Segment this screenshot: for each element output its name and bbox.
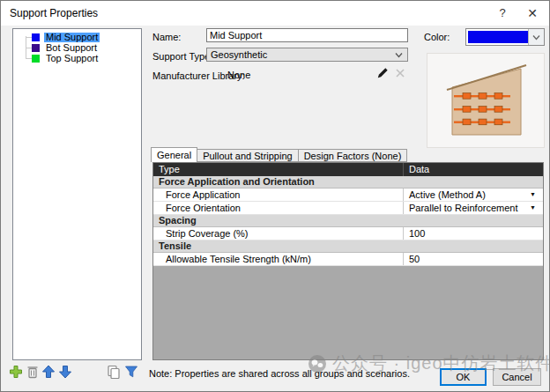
add-support-icon[interactable] — [9, 365, 23, 379]
param-label: Force Orientation — [153, 202, 403, 214]
section-row-force-application: Force Application and Orientation — [153, 176, 543, 189]
color-swatch — [32, 33, 40, 41]
support-type-dropdown[interactable]: Geosynthetic — [206, 48, 408, 62]
title-bar: Support Properties ? ✕ — [1, 1, 549, 26]
name-input[interactable] — [206, 28, 408, 42]
color-label: Color: — [424, 32, 450, 42]
param-value-input[interactable]: 100 — [403, 227, 543, 240]
chevron-down-icon — [395, 52, 403, 58]
properties-table: Type Data Force Application and Orientat… — [152, 162, 544, 360]
param-value-dropdown[interactable]: Parallel to Reinforcement ▼ — [403, 202, 543, 214]
row-allowable-tensile-strength: Allowable Tensile Strength (kN/m) 50 — [153, 253, 543, 266]
filter-icon[interactable] — [124, 365, 138, 379]
ok-button[interactable]: OK — [440, 368, 487, 386]
note-text: Note: Properties are shared across all g… — [149, 368, 410, 379]
move-up-icon[interactable] — [41, 365, 56, 379]
table-header-row: Type Data — [153, 163, 543, 176]
tree-item-label: Top Support — [44, 54, 100, 63]
support-tree: Mid Support Bot Support Top Support — [13, 29, 141, 63]
support-list-panel: Mid Support Bot Support Top Support — [12, 28, 142, 360]
property-tabs: General Pullout and Stripping Design Fac… — [151, 147, 407, 162]
manufacturer-library-value: None — [227, 70, 250, 80]
edit-pencil-icon[interactable] — [376, 66, 390, 79]
help-button[interactable]: ? — [491, 4, 514, 22]
support-properties-dialog: Support Properties ? ✕ Mid Support Bot S… — [0, 0, 550, 392]
dropdown-arrow-icon: ▼ — [530, 189, 536, 201]
section-row-spacing: Spacing — [153, 215, 543, 227]
dropdown-arrow-icon: ▼ — [530, 202, 536, 214]
column-header-data: Data — [403, 163, 543, 176]
tab-general[interactable]: General — [151, 147, 197, 162]
list-toolbar — [9, 365, 141, 381]
delete-support-icon[interactable] — [26, 365, 40, 379]
tree-item-top-support[interactable]: Top Support — [13, 53, 141, 63]
section-row-tensile: Tensile — [153, 240, 543, 253]
param-label: Allowable Tensile Strength (kN/m) — [153, 253, 403, 265]
support-type-value: Geosynthetic — [211, 49, 267, 60]
color-swatch — [32, 44, 40, 52]
row-force-application: Force Application Active (Method A) ▼ — [153, 189, 543, 202]
tab-pullout-and-stripping[interactable]: Pullout and Stripping — [197, 149, 299, 162]
tree-item-label: Bot Support — [44, 43, 99, 53]
move-down-icon[interactable] — [58, 365, 72, 379]
param-label: Force Application — [153, 189, 403, 201]
dialog-title: Support Properties — [10, 7, 98, 19]
tree-item-bot-support[interactable]: Bot Support — [13, 42, 141, 53]
param-label: Strip Coverage (%) — [153, 227, 403, 240]
row-force-orientation: Force Orientation Parallel to Reinforcem… — [153, 202, 543, 215]
column-header-type: Type — [153, 163, 403, 176]
support-preview-image — [427, 53, 545, 148]
copy-icon[interactable] — [107, 365, 121, 379]
cancel-button[interactable]: Cancel — [493, 368, 541, 386]
selected-color-swatch — [468, 31, 528, 43]
chevron-down-icon — [532, 34, 540, 41]
param-value-input[interactable]: 50 — [403, 253, 543, 265]
name-label: Name: — [152, 32, 181, 42]
slope-diagram — [427, 54, 544, 147]
param-value-dropdown[interactable]: Active (Method A) ▼ — [403, 189, 543, 201]
color-dropdown[interactable] — [465, 28, 545, 46]
color-swatch — [32, 55, 40, 63]
close-button[interactable]: ✕ — [521, 4, 544, 22]
row-strip-coverage: Strip Coverage (%) 100 — [153, 227, 543, 240]
tree-item-label: Mid Support — [44, 33, 100, 42]
tree-item-mid-support[interactable]: Mid Support — [13, 32, 141, 42]
tab-design-factors[interactable]: Design Factors (None) — [299, 149, 408, 162]
support-type-label: Support Type: — [152, 51, 212, 62]
color-chevron — [528, 29, 544, 45]
clear-library-icon[interactable] — [395, 68, 405, 78]
